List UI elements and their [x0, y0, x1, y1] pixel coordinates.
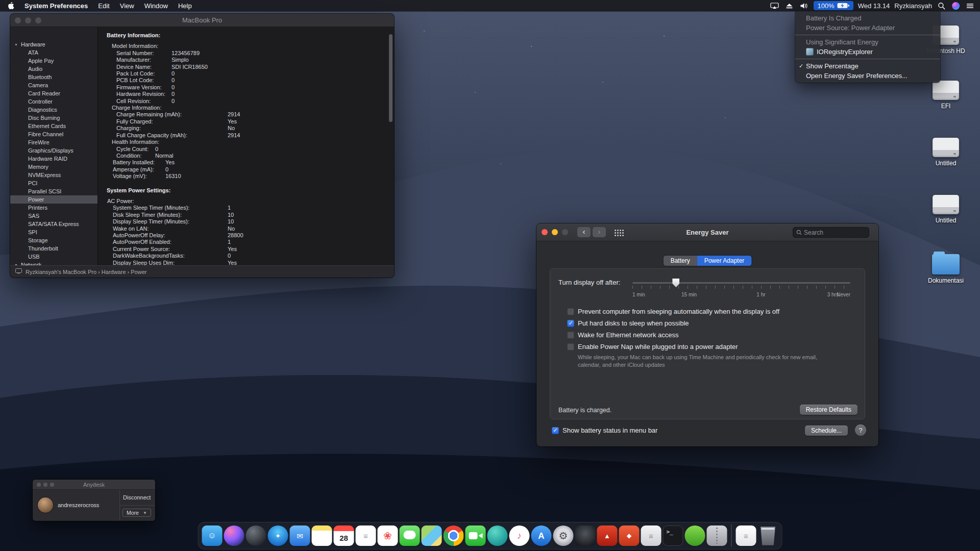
menubar-menu-edit[interactable]: Edit [93, 0, 114, 11]
dock-item-teal-app[interactable] [487, 525, 508, 546]
dock-item-facetime[interactable] [465, 525, 486, 546]
dock-item-messages[interactable] [400, 525, 420, 546]
sidebar-item-controller[interactable]: Controller [10, 97, 97, 106]
eject-icon[interactable] [785, 0, 794, 11]
dock-item-notes[interactable] [312, 525, 332, 546]
sidebar-item-usb[interactable]: USB [10, 253, 97, 261]
restore-defaults-button[interactable]: Restore Defaults [800, 405, 857, 415]
anydesk-titlebar[interactable]: Anydesk [33, 480, 155, 490]
sidebar-item-disc-burning[interactable]: Disc Burning [10, 114, 97, 122]
volume-icon[interactable] [799, 0, 809, 11]
disclosure-triangle-icon[interactable]: ▼ [14, 43, 18, 46]
sidebar-item-hardware[interactable]: ▼Hardware [10, 40, 97, 48]
checkbox-row-enable-power-nap-while-plugged-into-a-po[interactable]: Enable Power Nap while plugged into a po… [567, 343, 779, 350]
menu-bar-user[interactable]: Ryzkiansyah [894, 2, 932, 10]
checkbox-row-prevent-computer-from-sleeping-automatic[interactable]: Prevent computer from sleeping automatic… [567, 308, 779, 315]
sidebar-item-graphics-displays[interactable]: Graphics/Displays [10, 146, 97, 155]
sidebar-item-card-reader[interactable]: Card Reader [10, 89, 97, 97]
system-information-titlebar[interactable]: MacBook Pro [10, 14, 394, 27]
menubar-menu-window[interactable]: Window [139, 0, 173, 11]
sidebar-item-audio[interactable]: Audio [10, 65, 97, 73]
sidebar-item-printers[interactable]: Printers [10, 204, 97, 212]
display-off-slider[interactable] [632, 282, 850, 284]
sidebar-item-sas[interactable]: SAS [10, 212, 97, 220]
siri-icon[interactable] [951, 0, 961, 11]
dock-item-calendar[interactable]: 28 [334, 525, 354, 546]
tab-power-adapter[interactable]: Power Adapter [697, 256, 752, 266]
dock-item-system-preferences[interactable]: ⚙ [553, 525, 574, 546]
dock-item-siri[interactable] [224, 525, 244, 546]
dock-item-garageband[interactable] [575, 525, 596, 546]
sidebar-item-sata-sata-express[interactable]: SATA/SATA Express [10, 220, 97, 228]
energy-saver-titlebar[interactable]: ‹ › Energy Saver [536, 223, 878, 241]
dock-item-adobe-red[interactable]: ◆ [619, 525, 640, 546]
desktop-icon-untitled[interactable]: Untitled [925, 135, 966, 167]
dock-item-archive-utility[interactable] [707, 525, 727, 546]
search-icon[interactable] [937, 0, 946, 11]
display-mirroring-icon[interactable] [769, 0, 780, 11]
sidebar-item-hardware-raid[interactable]: Hardware RAID [10, 155, 97, 163]
dock-item-textedit[interactable]: ≡ [736, 525, 756, 546]
search-field[interactable] [793, 227, 869, 238]
more-button[interactable]: More ▼ [122, 509, 151, 517]
dock-item-pages[interactable]: ≡ [641, 525, 662, 546]
battery-menu-item-ioregistryexplorer[interactable]: IORegistryExplorer [795, 47, 940, 57]
dock-item-green-app[interactable] [685, 525, 705, 546]
dock-item-dark-globe[interactable] [246, 525, 266, 546]
checkbox-row-wake-for-ethernet-network-access[interactable]: Wake for Ethernet network access [567, 331, 779, 339]
sidebar-item-memory[interactable]: Memory [10, 163, 97, 171]
sidebar-item-storage[interactable]: Storage [10, 236, 97, 244]
sidebar-item-firewire[interactable]: FireWire [10, 138, 97, 146]
desktop-icon-untitled[interactable]: Untitled [925, 192, 966, 224]
menu-bar-clock[interactable]: Wed 13.14 [858, 2, 890, 10]
menubar-menu-view[interactable]: View [115, 0, 139, 11]
sidebar-item-ethernet-cards[interactable]: Ethernet Cards [10, 122, 97, 130]
apple-menu[interactable] [0, 2, 19, 10]
dock-item-mail[interactable]: ✉ [290, 525, 310, 546]
help-button[interactable]: ? [855, 424, 866, 436]
dock-item-acrobat[interactable]: ▲ [597, 525, 618, 546]
sidebar-item-diagnostics[interactable]: Diagnostics [10, 106, 97, 114]
schedule-button[interactable]: Schedule... [805, 425, 848, 436]
dock-item-photos[interactable]: ❀ [378, 525, 398, 546]
dock-item-terminal[interactable]: >_ [663, 525, 683, 546]
desktop-icon-dokumentasi[interactable]: Dokumentasi [925, 251, 966, 284]
sidebar-item-apple-pay[interactable]: Apple Pay [10, 57, 97, 65]
dock-item-app-store[interactable]: A [531, 525, 552, 546]
sidebar-item-spi[interactable]: SPI [10, 228, 97, 236]
sidebar-item-fibre-channel[interactable]: Fibre Channel [10, 130, 97, 138]
dock-item-maps[interactable] [422, 525, 442, 546]
checkbox[interactable]: ✓ [552, 427, 559, 434]
checkbox[interactable] [567, 343, 574, 350]
battery-status-item[interactable]: 100% [814, 1, 853, 10]
disconnect-button[interactable]: Disconnect [120, 490, 155, 506]
sidebar-item-parallel-scsi[interactable]: Parallel SCSI [10, 187, 97, 195]
sidebar-item-ata[interactable]: ATA [10, 48, 97, 57]
menubar-menu-help[interactable]: Help [173, 0, 197, 11]
checkbox[interactable] [567, 332, 574, 339]
sidebar-item-power[interactable]: Power [10, 195, 97, 204]
battery-menu-item-open-energy-saver-preferences[interactable]: Open Energy Saver Preferences... [795, 71, 940, 81]
checkbox[interactable]: ✓ [567, 320, 574, 327]
checkbox-row-put-hard-disks-to-sleep-when-possible[interactable]: ✓Put hard disks to sleep when possible [567, 319, 779, 327]
sidebar-item-bluetooth[interactable]: Bluetooth [10, 73, 97, 81]
sidebar-item-nvmexpress[interactable]: NVMExpress [10, 171, 97, 179]
show-battery-status-row[interactable]: ✓ Show battery status in menu bar [552, 427, 657, 434]
menubar-menu-system-preferences[interactable]: System Preferences [19, 0, 93, 11]
dock-item-chrome[interactable] [444, 525, 464, 546]
dock-item-finder[interactable]: ☺ [202, 525, 223, 546]
scrollbar-thumb[interactable] [389, 34, 393, 122]
sidebar-item-camera[interactable]: Camera [10, 81, 97, 89]
search-input[interactable] [804, 229, 866, 236]
tab-battery[interactable]: Battery [664, 256, 697, 266]
checkbox[interactable] [567, 308, 574, 315]
dock-item-safari[interactable]: ✦ [268, 525, 288, 546]
sidebar-item-network[interactable]: ▼Network [10, 261, 97, 265]
sidebar-item-thunderbolt[interactable]: Thunderbolt [10, 244, 97, 253]
dock-item-itunes[interactable]: ♪ [509, 525, 530, 546]
notification-center-icon[interactable] [965, 0, 975, 11]
battery-menu-item-show-percentage[interactable]: ✓Show Percentage [795, 61, 940, 71]
dock-item-trash[interactable] [758, 525, 778, 546]
sidebar-item-pci[interactable]: PCI [10, 179, 97, 187]
dock-item-reminders[interactable]: ≡ [356, 525, 376, 546]
